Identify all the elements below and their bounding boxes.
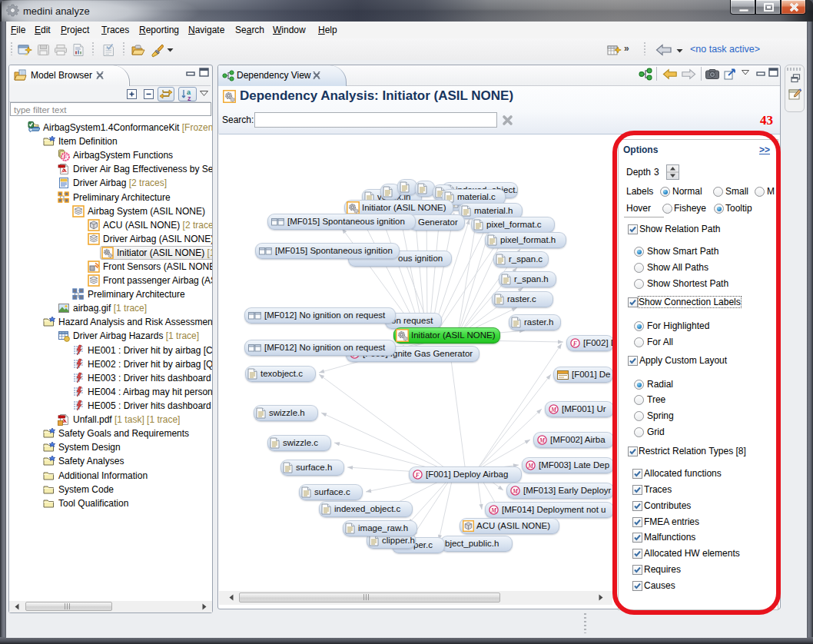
svg-text:F: F [415, 472, 420, 479]
svg-text:M: M [512, 488, 519, 495]
svg-text:z: z [187, 95, 191, 101]
svg-text:F: F [62, 153, 68, 161]
svg-text:F: F [572, 340, 578, 347]
svg-text:M: M [527, 463, 534, 470]
svg-text:M: M [490, 507, 497, 514]
svg-text:M: M [539, 437, 546, 444]
svg-text:M: M [550, 407, 557, 413]
